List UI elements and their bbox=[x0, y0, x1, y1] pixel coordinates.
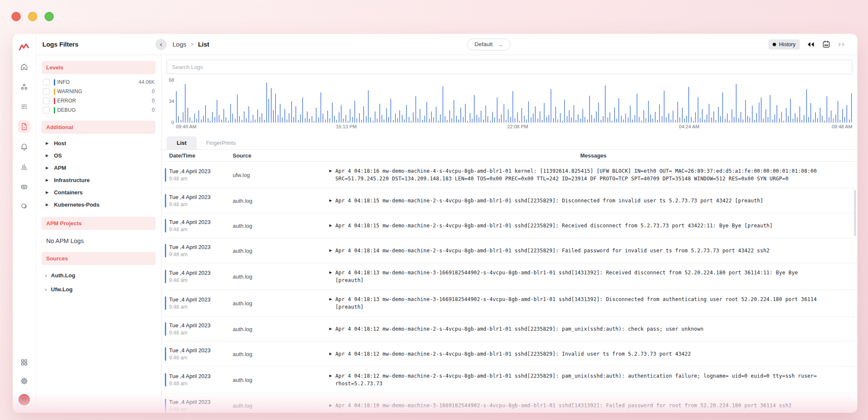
level-checkbox[interactable] bbox=[43, 107, 50, 113]
arrow-right-icon: → bbox=[497, 41, 503, 48]
level-filter-row[interactable]: DEBUG0 bbox=[36, 105, 161, 115]
expand-caret-icon[interactable]: ▶ bbox=[329, 350, 332, 358]
expand-caret-icon[interactable]: ▶ bbox=[329, 247, 332, 254]
app-window: Logs Filters ‹ Levels INFO44.06KWARNING0… bbox=[13, 34, 857, 413]
table-scrollbar[interactable] bbox=[854, 190, 856, 236]
source-filter-label: Auth.Log bbox=[51, 272, 75, 279]
level-filter-row[interactable]: INFO44.06K bbox=[36, 77, 161, 87]
expand-caret-icon[interactable]: ▶ bbox=[329, 167, 332, 175]
level-checkbox[interactable] bbox=[43, 97, 50, 104]
log-table-body: Tue ,4 April 20239:48 amufw.log▶Apr 4 04… bbox=[161, 162, 857, 413]
log-row[interactable]: Tue ,4 April 20239:48 amufw.log▶Apr 4 04… bbox=[165, 162, 857, 188]
additional-filter-infrastructure[interactable]: ▶Infrastructure bbox=[36, 174, 161, 186]
log-accent-bar bbox=[165, 270, 166, 283]
view-tabs: List FingerPrints bbox=[161, 133, 857, 150]
log-time: 9:48 am bbox=[169, 381, 233, 387]
caret-right-icon: ▶ bbox=[46, 141, 48, 145]
level-filter-row[interactable]: WARNING0 bbox=[36, 87, 161, 96]
level-checkbox[interactable] bbox=[43, 88, 50, 95]
logs-filters-panel: Logs Filters ‹ Levels INFO44.06KWARNING0… bbox=[36, 34, 161, 413]
apm-empty-text: No APM Logs bbox=[36, 233, 161, 246]
log-date: Tue ,4 April 2023 bbox=[169, 347, 233, 354]
additional-filter-os[interactable]: ▶OS bbox=[36, 149, 161, 162]
log-accent-bar bbox=[165, 347, 166, 361]
breadcrumb: Logs > List bbox=[172, 41, 209, 48]
traces-icon[interactable] bbox=[18, 100, 31, 113]
calendar-button[interactable] bbox=[822, 40, 831, 49]
log-row[interactable]: Tue ,4 April 20239:48 amauth.log▶Apr 4 0… bbox=[165, 290, 857, 317]
log-row[interactable]: Tue ,4 April 20239:48 amauth.log▶Apr 4 0… bbox=[165, 317, 857, 342]
log-source: auth.log bbox=[233, 274, 329, 280]
expand-caret-icon[interactable]: ▶ bbox=[329, 402, 332, 409]
fast-forward-button[interactable] bbox=[837, 41, 846, 48]
services-icon[interactable] bbox=[18, 80, 31, 93]
maximize-window-button[interactable] bbox=[45, 12, 54, 21]
dashboards-chart-icon[interactable] bbox=[18, 160, 31, 173]
expand-caret-icon[interactable]: ▶ bbox=[329, 222, 332, 229]
expand-caret-icon[interactable]: ▶ bbox=[329, 296, 332, 303]
log-date: Tue ,4 April 2023 bbox=[169, 373, 233, 379]
search-input[interactable] bbox=[167, 60, 852, 74]
home-icon[interactable] bbox=[18, 61, 31, 73]
caret-right-icon: ▶ bbox=[46, 203, 48, 207]
chart-plot-area bbox=[176, 80, 852, 123]
additional-filter-label: APM bbox=[54, 165, 66, 171]
log-source: auth.log bbox=[233, 377, 329, 383]
additional-section-header: Additional bbox=[42, 121, 156, 134]
log-row[interactable]: Tue ,4 April 20239:48 amauth.log▶Apr 4 0… bbox=[165, 263, 857, 290]
apps-grid-icon[interactable] bbox=[18, 356, 31, 369]
assistant-bot-icon[interactable] bbox=[18, 180, 31, 193]
log-date: Tue ,4 April 2023 bbox=[169, 399, 233, 405]
log-time: 9:48 am bbox=[169, 176, 233, 182]
additional-filter-host[interactable]: ▶Host bbox=[36, 137, 161, 149]
additional-filter-apm[interactable]: ▶APM bbox=[36, 162, 161, 174]
expand-caret-icon[interactable]: ▶ bbox=[329, 372, 332, 380]
additional-filter-label: Containers bbox=[54, 189, 83, 196]
history-badge[interactable]: History bbox=[768, 39, 800, 50]
collapse-panel-button[interactable]: ‹ bbox=[156, 39, 167, 50]
log-source: ufw.log bbox=[233, 172, 329, 178]
log-row[interactable]: Tue ,4 April 20239:48 amauth.log▶Apr 4 0… bbox=[165, 393, 857, 413]
levels-filter-list: INFO44.06KWARNING0ERROR0DEBUG0 bbox=[36, 77, 161, 115]
logs-icon[interactable] bbox=[18, 120, 31, 133]
log-row[interactable]: Tue ,4 April 20239:48 amauth.log▶Apr 4 0… bbox=[165, 213, 857, 238]
log-source: auth.log bbox=[233, 223, 329, 229]
settings-gear-icon[interactable] bbox=[18, 375, 31, 387]
rewind-button[interactable] bbox=[806, 41, 815, 48]
expand-caret-icon[interactable]: ▶ bbox=[329, 325, 332, 333]
theme-toggle-icon[interactable] bbox=[18, 200, 31, 213]
log-message: Apr 4 04:18:15 mw-demo-machine-2-s-4vcpu… bbox=[335, 197, 763, 204]
log-row[interactable]: Tue ,4 April 20239:48 amauth.log▶Apr 4 0… bbox=[165, 188, 857, 213]
tab-fingerprints[interactable]: FingerPrints bbox=[199, 136, 242, 149]
alerts-bell-icon[interactable] bbox=[18, 140, 31, 153]
log-row[interactable]: Tue ,4 April 20239:48 amauth.log▶Apr 4 0… bbox=[165, 342, 857, 367]
sources-section-header: Sources bbox=[42, 252, 156, 265]
default-view-button[interactable]: Default → bbox=[467, 39, 511, 50]
breadcrumb-separator-icon: > bbox=[191, 41, 194, 47]
minimize-window-button[interactable] bbox=[28, 12, 37, 21]
expand-caret-icon[interactable]: ▶ bbox=[329, 269, 332, 276]
expand-caret-icon[interactable]: ▶ bbox=[329, 197, 332, 204]
source-filter-auth-log[interactable]: ›Auth.Log bbox=[36, 268, 161, 282]
log-source: auth.log bbox=[233, 300, 329, 307]
log-row[interactable]: Tue ,4 April 20239:48 amauth.log▶Apr 4 0… bbox=[165, 367, 857, 393]
x-axis-tick: 09:48 AM bbox=[832, 124, 852, 129]
log-accent-bar bbox=[165, 399, 166, 412]
level-checkbox[interactable] bbox=[43, 79, 50, 86]
tab-list[interactable]: List bbox=[167, 136, 197, 149]
level-count: 0 bbox=[152, 107, 155, 113]
breadcrumb-section[interactable]: Logs bbox=[172, 41, 186, 48]
chevron-right-icon: › bbox=[45, 287, 47, 292]
close-window-button[interactable] bbox=[11, 12, 21, 21]
additional-filter-containers[interactable]: ▶Containers bbox=[36, 186, 161, 199]
app-logo-icon[interactable] bbox=[18, 41, 31, 53]
log-source: auth.log bbox=[233, 326, 329, 332]
log-row[interactable]: Tue ,4 April 20239:48 amauth.log▶Apr 4 0… bbox=[165, 238, 857, 263]
additional-filter-kubernetes-pods[interactable]: ▶Kubernetes-Pods bbox=[36, 199, 161, 211]
log-message: Apr 4 04:18:14 mw-demo-machine-2-s-4vcpu… bbox=[335, 247, 770, 254]
y-axis-tick: 34 bbox=[167, 99, 174, 104]
source-filter-ufw-log[interactable]: ›Ufw.Log bbox=[36, 282, 161, 296]
user-avatar[interactable] bbox=[18, 393, 31, 406]
nav-rail bbox=[13, 34, 36, 413]
level-filter-row[interactable]: ERROR0 bbox=[36, 96, 161, 105]
